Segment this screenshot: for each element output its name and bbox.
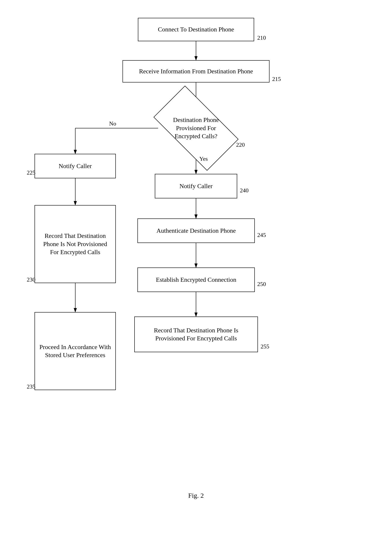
box-proceed: Proceed In Accordance With Stored User P… — [35, 312, 116, 390]
box-connect: Connect To Destination Phone — [138, 18, 254, 41]
fig-caption: Fig. 2 — [0, 492, 392, 499]
box-receive: Receive Information From Destination Pho… — [122, 60, 270, 83]
proceed-label: Proceed In Accordance With Stored User P… — [39, 343, 112, 359]
establish-label: Establish Encrypted Connection — [156, 276, 236, 284]
box-authenticate: Authenticate Destination Phone — [137, 218, 255, 243]
ref-225: 225 — [27, 169, 36, 176]
receive-label: Receive Information From Destination Pho… — [139, 67, 253, 75]
authenticate-label: Authenticate Destination Phone — [156, 227, 236, 235]
ref-255: 255 — [261, 343, 269, 350]
ref-220: 220 — [236, 141, 245, 148]
ref-240: 240 — [240, 187, 249, 194]
ref-210: 210 — [257, 35, 266, 41]
box-record-yes: Record That Destination Phone Is Provisi… — [134, 317, 258, 352]
flowchart-diagram: Connect To Destination Phone 210 Receive… — [0, 0, 392, 513]
record-yes-label: Record That Destination Phone Is Provisi… — [138, 326, 254, 343]
ref-235: 235 — [27, 383, 36, 390]
connect-label: Connect To Destination Phone — [158, 26, 234, 33]
ref-250: 250 — [257, 281, 266, 287]
box-establish: Establish Encrypted Connection — [137, 267, 255, 292]
box-record-not: Record That Destination Phone Is Not Pro… — [35, 205, 116, 283]
diamond-provisioned: Destination Phone Provisioned For Encryp… — [158, 105, 234, 151]
record-not-label: Record That Destination Phone Is Not Pro… — [39, 232, 112, 256]
ref-230: 230 — [27, 276, 36, 283]
no-label: No — [109, 120, 116, 127]
decision-label: Destination Phone Provisioned For Encryp… — [158, 116, 234, 140]
box-notify-no: Notify Caller — [35, 154, 116, 178]
yes-label: Yes — [199, 156, 208, 162]
ref-215: 215 — [272, 76, 281, 83]
ref-245: 245 — [257, 232, 266, 239]
box-notify-yes: Notify Caller — [155, 174, 237, 198]
notify-yes-label: Notify Caller — [179, 182, 213, 190]
notify-no-label: Notify Caller — [59, 162, 92, 170]
